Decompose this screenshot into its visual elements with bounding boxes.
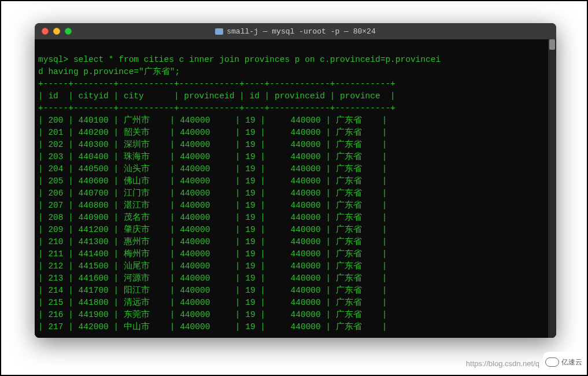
corner-logo: 亿速云 [543, 352, 585, 373]
sql-prompt-line2: d having p.province="广东省"; [38, 67, 180, 76]
folder-icon [215, 28, 223, 35]
table-header: | id | cityid | city | provinceid | id |… [38, 91, 395, 101]
table-separator-mid: +-----+--------+-----------+------------… [38, 104, 395, 113]
terminal-content[interactable]: mysql> select * from cities c inner join… [35, 39, 556, 338]
table-rows: | 200 | 440100 | 广州市 | 440000 | 19 | 440… [38, 116, 387, 331]
watermark-text: https://blog.csdn.net/q [466, 359, 539, 368]
table-separator-top: +-----+--------+-----------+------------… [38, 79, 395, 89]
page-frame: small-j — mysql -uroot -p — 80×24 mysql>… [0, 0, 588, 376]
corner-logo-text: 亿速云 [561, 357, 582, 367]
titlebar[interactable]: small-j — mysql -uroot -p — 80×24 [35, 23, 556, 39]
sql-prompt-line1: mysql> select * from cities c inner join… [38, 55, 441, 64]
minimize-button[interactable] [53, 28, 60, 35]
window-title: small-j — mysql -uroot -p — 80×24 [35, 27, 556, 36]
close-button[interactable] [42, 28, 49, 35]
scrollbar-track[interactable] [548, 39, 556, 338]
cloud-icon [545, 357, 559, 367]
scrollbar-thumb[interactable] [549, 39, 555, 50]
window-title-text: small-j — mysql -uroot -p — 80×24 [227, 27, 375, 36]
zoom-button[interactable] [65, 28, 72, 35]
traffic-lights [42, 28, 72, 35]
terminal-window: small-j — mysql -uroot -p — 80×24 mysql>… [35, 23, 556, 338]
